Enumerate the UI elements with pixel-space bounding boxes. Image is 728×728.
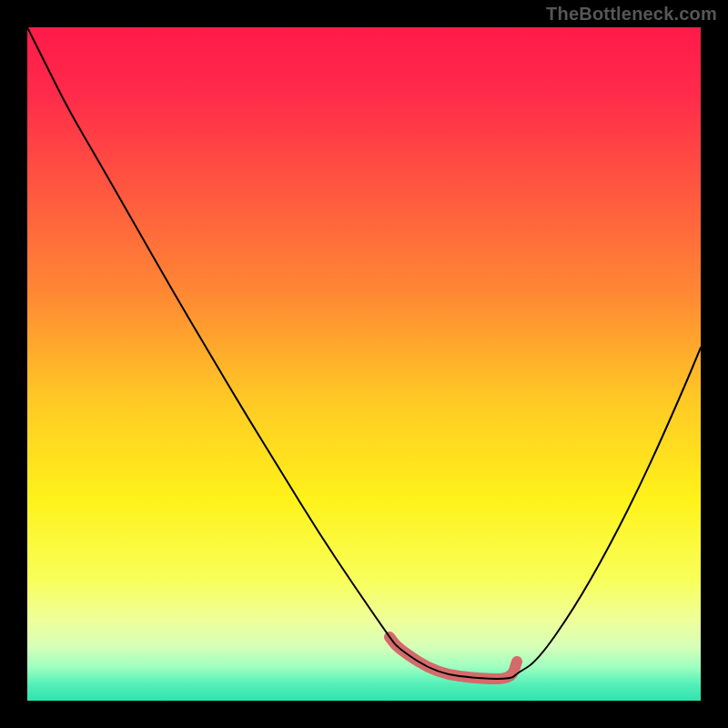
- plot-area: [27, 27, 701, 701]
- bottleneck-curve: [27, 27, 701, 679]
- optimal-band-marker: [389, 637, 517, 679]
- watermark-text: TheBottleneck.com: [546, 4, 717, 25]
- chart-frame: TheBottleneck.com: [0, 0, 728, 728]
- curve-layer: [27, 27, 701, 701]
